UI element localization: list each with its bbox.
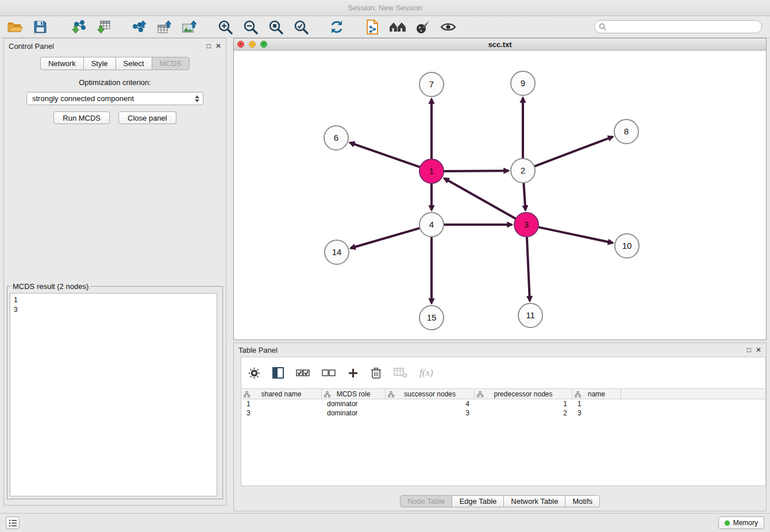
- tab-network-table[interactable]: Network Table: [503, 495, 565, 507]
- zoom-in-icon: [217, 19, 233, 35]
- column-header-mcds-role[interactable]: MCDS role: [322, 389, 386, 399]
- style-brush-button[interactable]: [413, 18, 433, 36]
- network-edge-2-3[interactable]: [523, 182, 525, 210]
- graph-node-label: 14: [332, 247, 342, 257]
- graph-node-4[interactable]: 4: [419, 213, 444, 237]
- graph-node-label: 15: [427, 313, 437, 322]
- float-panel-icon[interactable]: □: [207, 43, 211, 49]
- network-edge-3-10[interactable]: [537, 227, 613, 243]
- zoom-fit-button[interactable]: [265, 18, 286, 36]
- gear-icon: [248, 367, 260, 379]
- table-cell: dominator: [322, 400, 386, 408]
- table-cell: 2: [475, 409, 572, 417]
- column-header-shared-name[interactable]: shared name: [241, 389, 322, 399]
- show-hide-button[interactable]: [438, 18, 459, 36]
- network-edge-4-14[interactable]: [351, 228, 421, 248]
- graph-node-1[interactable]: 1: [419, 159, 444, 183]
- float-table-panel-icon[interactable]: □: [747, 346, 751, 353]
- select-all-icon: [296, 369, 310, 377]
- export-table-button[interactable]: [154, 18, 175, 36]
- export-network-button[interactable]: [129, 18, 149, 36]
- zoom-in-button[interactable]: [215, 18, 236, 36]
- close-panel-icon[interactable]: ✕: [215, 43, 221, 49]
- add-column-button[interactable]: [348, 368, 359, 379]
- delete-column-button[interactable]: [371, 367, 382, 379]
- graph-node-11[interactable]: 11: [518, 303, 542, 327]
- graph-node-label: 9: [521, 78, 525, 88]
- tab-motifs[interactable]: Motifs: [565, 495, 600, 507]
- mcds-result-list: 13: [10, 293, 217, 496]
- table-cell: 1: [241, 400, 322, 408]
- graph-node-9[interactable]: 9: [511, 71, 535, 95]
- zoom-out-button[interactable]: [240, 18, 261, 36]
- open-session-button[interactable]: [5, 18, 25, 36]
- network-edge-3-11[interactable]: [527, 236, 530, 301]
- table-row[interactable]: 1dominator411: [241, 399, 765, 408]
- main-toolbar: [0, 16, 770, 38]
- select-all-button[interactable]: [296, 369, 310, 377]
- graph-node-label: 10: [622, 241, 632, 250]
- apply-layout-button[interactable]: [326, 18, 347, 36]
- graph-node-7[interactable]: 7: [419, 72, 444, 97]
- graph-node-label: 1: [429, 166, 434, 176]
- close-mcds-panel-button[interactable]: Close panel: [118, 111, 176, 124]
- table-settings-button[interactable]: [248, 367, 260, 379]
- delete-table-button[interactable]: [394, 368, 407, 378]
- control-panel-header: Control Panel □ ✕: [4, 38, 226, 53]
- import-table-icon: [95, 20, 111, 34]
- graph-node-label: 4: [429, 219, 434, 229]
- column-header-name[interactable]: name: [572, 389, 621, 399]
- column-header-predecessor-nodes[interactable]: predecessor nodes: [475, 389, 572, 399]
- close-table-panel-icon[interactable]: ✕: [756, 346, 761, 353]
- minimize-window-button[interactable]: −: [249, 41, 256, 48]
- column-layout-button[interactable]: [272, 367, 284, 379]
- tab-edge-table[interactable]: Edge Table: [452, 495, 504, 507]
- run-mcds-button[interactable]: Run MCDS: [53, 111, 110, 124]
- graph-node-8[interactable]: 8: [614, 119, 638, 144]
- home-networks-button[interactable]: [387, 18, 408, 36]
- export-image-button[interactable]: [179, 18, 200, 36]
- criterion-dropdown[interactable]: strongly connected component: [26, 92, 203, 105]
- unselect-all-icon: [322, 369, 336, 377]
- table-panel-header: Table Panel □ ✕: [234, 343, 766, 357]
- import-network-button[interactable]: [68, 18, 88, 36]
- save-session-button[interactable]: [30, 18, 51, 36]
- status-bar: Memory: [0, 513, 770, 532]
- show-panels-button[interactable]: [6, 516, 20, 529]
- function-builder-button[interactable]: f(x): [419, 367, 433, 379]
- window-title: Session: New Session: [348, 3, 422, 12]
- sort-icon: [244, 391, 250, 398]
- network-canvas[interactable]: 1234678910111415: [234, 51, 766, 340]
- graph-node-2[interactable]: 2: [511, 159, 535, 183]
- sort-icon: [324, 391, 330, 398]
- network-edge-1-2[interactable]: [442, 171, 509, 171]
- table-row[interactable]: 3dominator323: [241, 408, 765, 418]
- unselect-all-button[interactable]: [322, 369, 336, 377]
- graph-node-3[interactable]: 3: [514, 213, 538, 237]
- zoom-selected-button[interactable]: [291, 18, 311, 36]
- tab-select[interactable]: Select: [116, 57, 152, 70]
- tab-style[interactable]: Style: [83, 57, 116, 70]
- control-panel-title: Control Panel: [9, 42, 54, 51]
- add-icon: [348, 368, 359, 379]
- close-window-button[interactable]: ×: [237, 41, 244, 48]
- maximize-window-button[interactable]: +: [260, 41, 267, 48]
- tab-node-table[interactable]: Node Table: [400, 495, 453, 507]
- column-header-successor-nodes[interactable]: successor nodes: [386, 389, 475, 399]
- import-table-button[interactable]: [93, 18, 114, 36]
- graph-node-6[interactable]: 6: [324, 126, 348, 150]
- network-edge-2-8[interactable]: [533, 137, 613, 167]
- graph-node-10[interactable]: 10: [615, 234, 639, 258]
- graph-node-15[interactable]: 15: [419, 306, 444, 330]
- tab-network[interactable]: Network: [40, 57, 84, 70]
- network-edge-1-6[interactable]: [350, 142, 422, 168]
- search-input[interactable]: [594, 20, 762, 33]
- style-brush-icon: [415, 20, 430, 34]
- window-titlebar: Session: New Session: [0, 0, 770, 16]
- memory-button[interactable]: Memory: [718, 516, 764, 529]
- document-share-button[interactable]: [362, 18, 383, 36]
- network-edge-3-1[interactable]: [444, 178, 517, 219]
- home-networks-icon: [389, 20, 406, 34]
- tab-mcds[interactable]: MCDS: [152, 57, 190, 70]
- graph-node-14[interactable]: 14: [325, 240, 349, 264]
